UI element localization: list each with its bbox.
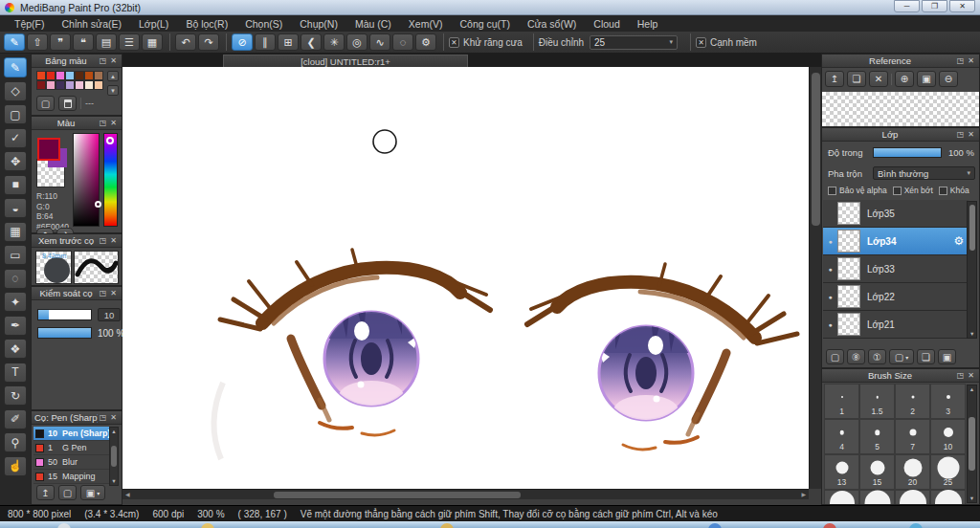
menu-tools[interactable]: Công cụ(T): [451, 18, 519, 30]
popout-icon[interactable]: ◳: [98, 290, 108, 297]
snap-tool[interactable]: ✓: [4, 128, 27, 148]
material-icon[interactable]: ▦: [142, 33, 163, 51]
snap-grid-icon[interactable]: ⊞: [278, 33, 299, 51]
sv-marker[interactable]: [95, 201, 101, 208]
antialias-checkbox[interactable]: ✕: [449, 37, 459, 48]
open-folder-button[interactable]: ❏: [847, 71, 866, 87]
undo-icon[interactable]: ↶: [175, 33, 196, 51]
comment-icon[interactable]: ❝: [73, 33, 94, 51]
color-swatch[interactable]: [36, 71, 46, 80]
color-swatch[interactable]: [65, 71, 75, 80]
brush-size-option[interactable]: 5: [859, 419, 895, 454]
text-tool[interactable]: T: [4, 363, 27, 383]
close-icon[interactable]: ✕: [966, 131, 976, 139]
export-icon[interactable]: ⇧: [27, 33, 48, 51]
brush-tool[interactable]: ✎: [4, 57, 27, 77]
new-1bit-layer-button[interactable]: ①: [868, 349, 886, 364]
layer-row[interactable]: ● Lớp33: [823, 255, 969, 283]
popout-icon[interactable]: ◳: [98, 414, 108, 422]
scroll-up-icon[interactable]: ▲: [111, 429, 116, 434]
menu-snap[interactable]: Chụp(N): [291, 18, 346, 30]
snap-radial-icon[interactable]: ✳: [323, 33, 345, 51]
redo-icon[interactable]: ↷: [198, 33, 219, 51]
scroll-left-icon[interactable]: ◀: [125, 492, 130, 498]
new-layer-button[interactable]: ▢: [826, 349, 844, 364]
opacity-slider[interactable]: [873, 147, 942, 158]
eraser-tool[interactable]: ◇: [4, 81, 27, 101]
add-layer-button[interactable]: ▢▾: [889, 349, 914, 364]
brush-item[interactable]: 10 Pen (Sharp): [33, 427, 112, 441]
close-icon[interactable]: ✕: [966, 57, 976, 65]
magic-wand-tool[interactable]: ✦: [4, 292, 27, 312]
menu-color[interactable]: Màu (C): [346, 18, 400, 30]
popout-icon[interactable]: ◳: [955, 131, 966, 139]
menu-layer[interactable]: Lớp(L): [130, 18, 177, 30]
select-eraser-tool[interactable]: ❖: [4, 339, 27, 359]
brush-size-slider[interactable]: [37, 309, 92, 320]
close-icon[interactable]: ✕: [966, 372, 976, 380]
scroll-right-icon[interactable]: ▶: [801, 492, 806, 498]
lock-checkbox[interactable]: [939, 187, 947, 195]
close-icon[interactable]: ✕: [108, 237, 119, 245]
rect-tool[interactable]: ▢: [4, 104, 27, 124]
visibility-eye-icon[interactable]: ●: [823, 238, 837, 245]
layer-row[interactable]: ● Lớp34 ⚙: [823, 228, 969, 255]
brush-size-scrollbar[interactable]: ▲ ▼: [967, 385, 977, 503]
scroll-thumb[interactable]: [274, 492, 521, 498]
scroll-down-icon[interactable]: ▼: [969, 495, 974, 501]
snap-ellipse-icon[interactable]: ◌: [392, 33, 413, 51]
visibility-eye-icon[interactable]: ●: [823, 294, 837, 300]
trash-button[interactable]: [58, 96, 77, 111]
brush-size-option[interactable]: 20: [895, 454, 930, 490]
snap-off-icon[interactable]: ⊘: [232, 33, 253, 51]
vertical-scrollbar[interactable]: [809, 67, 821, 489]
canvas[interactable]: [122, 67, 809, 489]
document-tab[interactable]: [cloud] UNTITLED:r1+: [223, 55, 468, 67]
menu-cloud[interactable]: Cloud: [585, 18, 628, 30]
menu-window[interactable]: Cửa sổ(W): [519, 18, 585, 30]
brush-size-option[interactable]: 60: [930, 490, 966, 505]
restore-button[interactable]: ❐: [922, 0, 947, 12]
brush-size-option[interactable]: 2: [895, 384, 930, 419]
new-8bit-layer-button[interactable]: ⑧: [847, 349, 865, 364]
color-swatch[interactable]: [75, 80, 84, 90]
scroll-down-icon[interactable]: ▼: [107, 85, 119, 96]
brush-size-option[interactable]: 3: [930, 384, 966, 419]
minimize-button[interactable]: ─: [894, 0, 920, 12]
protect-alpha-checkbox[interactable]: [828, 187, 836, 195]
layer-row[interactable]: ● Lớp35: [823, 200, 969, 228]
color-swatch[interactable]: [75, 71, 84, 80]
blend-dropdown[interactable]: Bình thường ▾: [873, 166, 975, 180]
popout-icon[interactable]: ◳: [98, 237, 108, 245]
list-icon[interactable]: ☰: [119, 33, 140, 51]
select-rect-tool[interactable]: ▭: [4, 245, 27, 265]
duplicate-layer-button[interactable]: ▣: [938, 349, 956, 364]
brush-size-option[interactable]: 4: [824, 419, 859, 454]
layer-row[interactable]: ● Lớp22: [823, 283, 969, 311]
snap-concentric-icon[interactable]: ◎: [346, 33, 368, 51]
close-button[interactable]: ✕: [949, 0, 975, 12]
rotate-tool[interactable]: ↻: [4, 385, 27, 406]
popout-icon[interactable]: ◳: [98, 120, 108, 127]
menu-help[interactable]: Help: [629, 18, 667, 30]
taskbar-icon[interactable]: [909, 523, 923, 528]
post-icon[interactable]: ▤: [96, 33, 117, 51]
scroll-down-icon[interactable]: ▼: [969, 331, 974, 337]
add-color-button[interactable]: ▢: [36, 96, 55, 111]
brush-item[interactable]: 50 Blur: [33, 455, 112, 470]
brush-size-option[interactable]: 7: [895, 419, 930, 454]
scroll-thumb[interactable]: [969, 205, 975, 251]
layer-list-scrollbar[interactable]: ▼: [967, 201, 977, 339]
pen-tool[interactable]: ✐: [4, 409, 27, 429]
scroll-thumb[interactable]: [969, 417, 975, 471]
close-icon[interactable]: ✕: [108, 57, 119, 65]
clipping-checkbox[interactable]: [893, 187, 902, 195]
color-swatch[interactable]: [94, 71, 103, 80]
clear-button[interactable]: ✕: [869, 71, 888, 87]
snap-vanishing-icon[interactable]: ❮: [301, 33, 322, 51]
popout-icon[interactable]: ◳: [955, 372, 966, 380]
color-swatch[interactable]: [84, 80, 94, 90]
new-brush-button[interactable]: ▢: [58, 485, 77, 500]
brush-size-option[interactable]: 13: [824, 454, 859, 490]
brush-size-option[interactable]: 25: [930, 454, 966, 490]
